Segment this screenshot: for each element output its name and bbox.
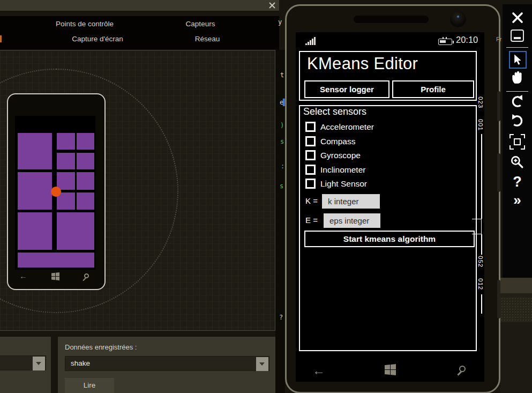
front-camera	[450, 11, 466, 27]
e-label: E =	[305, 216, 318, 225]
background-band	[500, 297, 532, 322]
selected-tab-fragment	[0, 35, 2, 42]
tile	[57, 133, 75, 150]
tool-window-titlebar	[0, 0, 279, 11]
k-label: K =	[305, 196, 318, 205]
recorded-data-dropdown[interactable]: shake	[65, 356, 269, 371]
background-band	[500, 322, 532, 393]
phone-preview: ←	[7, 93, 106, 290]
k-input[interactable]	[322, 194, 380, 209]
sensor-label: Light Sensor	[320, 179, 367, 189]
dropdown-arrow-icon[interactable]	[33, 357, 45, 370]
tile	[18, 133, 52, 169]
power-button	[497, 153, 500, 192]
code-fragment: )	[280, 122, 284, 129]
pan-tool-icon[interactable]	[503, 70, 532, 85]
background-band	[500, 293, 532, 297]
eps-input[interactable]	[324, 213, 380, 228]
frame-counter: 023	[477, 97, 484, 108]
tile	[57, 172, 75, 190]
tile	[57, 212, 94, 250]
volume-button	[497, 91, 500, 121]
toolbar-separator	[506, 47, 528, 48]
tool-window-tabbar: Points de contrôle Capteurs Capture d'éc…	[0, 16, 279, 50]
frame-counter-bracket	[472, 219, 482, 234]
frame-counter: 001	[477, 119, 484, 131]
fit-to-screen-icon[interactable]	[503, 134, 532, 150]
code-fragment: :	[281, 162, 284, 170]
tile	[18, 253, 94, 268]
sensor-label: Gyroscope	[320, 151, 361, 160]
dropdown-arrow-icon[interactable]	[256, 357, 268, 371]
windows-button[interactable]	[385, 364, 396, 375]
app-title: KMeans Editor	[307, 54, 418, 73]
close-emulator-icon[interactable]	[503, 12, 532, 24]
speaker-grille	[354, 16, 429, 23]
profile-tab-button[interactable]: Profile	[392, 80, 474, 98]
checkbox-light-sensor[interactable]	[305, 179, 316, 189]
start-kmeans-button[interactable]: Start kmeans algorithm	[304, 231, 475, 247]
signal-strength-icon	[305, 36, 318, 45]
tile	[57, 153, 75, 169]
accelerometer-panel: ←	[0, 50, 275, 331]
sensor-label: Compass	[320, 137, 355, 146]
help-icon[interactable]: ?	[503, 174, 532, 190]
sensor-label: Accelerometer	[320, 122, 374, 132]
background-band	[500, 278, 532, 293]
code-fragment: s	[280, 138, 284, 145]
pointer-tool-selected[interactable]	[509, 51, 527, 69]
select-sensors-heading: Select sensors	[303, 106, 366, 117]
status-clock: 20:10	[456, 35, 478, 45]
checkbox-accelerometer[interactable]	[305, 122, 316, 132]
zoom-icon[interactable]	[503, 155, 532, 169]
background-code-strip: t e ▌ ) s : s ?	[275, 50, 285, 393]
battery-charging-icon	[438, 39, 452, 45]
search-button[interactable]	[459, 366, 466, 372]
dropdown-selected-value: shake	[71, 359, 90, 367]
expand-toolbar-icon[interactable]: »	[503, 192, 532, 209]
tile	[18, 212, 52, 250]
rotate-right-icon[interactable]	[503, 114, 532, 128]
read-button[interactable]: Lire	[65, 378, 114, 393]
tile	[77, 172, 94, 190]
rotate-left-icon[interactable]	[503, 94, 532, 109]
frame-counter-line	[481, 134, 482, 219]
tab-reseau[interactable]: Réseau	[195, 35, 220, 43]
tile	[18, 172, 52, 210]
checkbox-gyroscope[interactable]	[305, 150, 316, 160]
tile	[77, 133, 94, 150]
tab-capteurs[interactable]: Capteurs	[186, 20, 215, 28]
checkbox-inclinometer[interactable]	[305, 165, 316, 175]
code-fragment: s	[280, 182, 283, 190]
frame-counter-line	[481, 294, 482, 314]
windows-icon	[51, 272, 59, 280]
sensor-label: Inclinometer	[320, 165, 365, 175]
recorded-data-panel: Données enregistrées : shake Lire	[58, 337, 275, 393]
close-icon[interactable]	[268, 2, 276, 9]
toolbar-separator	[506, 91, 528, 92]
tile	[77, 192, 94, 210]
frame-counter: 012	[477, 278, 484, 290]
accelerometer-drag-handle[interactable]	[51, 187, 61, 197]
checkbox-compass[interactable]	[305, 136, 316, 146]
screen: Points de contrôle Capteurs Capture d'éc…	[0, 0, 532, 393]
code-fragment: y	[278, 18, 282, 26]
frame-counter-line	[481, 234, 482, 255]
data-dropdown-partial[interactable]	[0, 355, 46, 370]
back-icon: ←	[19, 271, 27, 280]
frame-counter: 052	[477, 256, 484, 268]
code-fragment: t	[280, 71, 284, 79]
code-fragment: ?	[279, 314, 283, 321]
sensor-logger-tab-button[interactable]: Sensor logger	[304, 80, 389, 98]
recorded-data-label: Données enregistrées :	[65, 343, 137, 351]
tab-points-de-controle[interactable]: Points de contrôle	[56, 20, 114, 28]
language-indicator-fragment: Fr	[496, 36, 501, 42]
minimize-icon[interactable]	[503, 29, 532, 42]
phone-preview-screen	[15, 116, 95, 270]
back-button[interactable]: ←	[312, 363, 325, 378]
search-icon	[84, 273, 89, 278]
tab-capture-ecran[interactable]: Capture d'écran	[72, 35, 123, 43]
secondary-data-panel	[0, 337, 51, 393]
tile	[77, 153, 94, 169]
cursor-icon	[514, 54, 522, 65]
